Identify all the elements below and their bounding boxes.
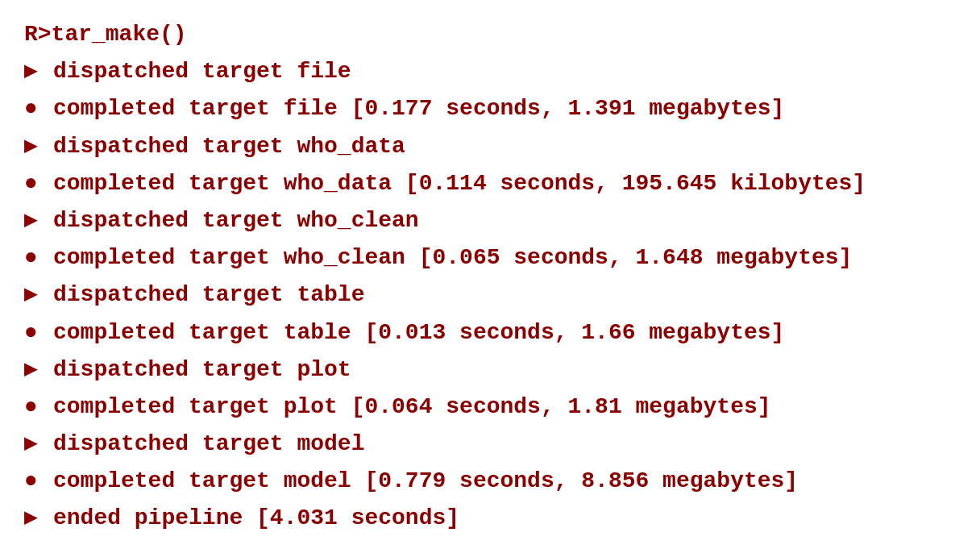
line-text-0: dispatched target file xyxy=(53,53,351,90)
line-text-3: completed target who_data [0.114 seconds… xyxy=(53,165,866,202)
line-text-1: completed target file [0.177 seconds, 1.… xyxy=(53,90,784,127)
console-line-8: ▶dispatched target plot xyxy=(24,351,956,389)
dispatch-icon: ▶ xyxy=(24,426,53,463)
line-text-9: completed target plot [0.064 seconds, 1.… xyxy=(53,389,771,426)
complete-icon: ● xyxy=(24,90,53,127)
console-line-11: ●completed target model [0.779 seconds, … xyxy=(24,463,956,500)
line-text-5: completed target who_clean [0.065 second… xyxy=(53,239,852,276)
line-text-4: dispatched target who_clean xyxy=(53,202,419,239)
console-line-0: ▶dispatched target file xyxy=(24,53,956,90)
console-line-12: ▶ended pipeline [4.031 seconds] xyxy=(24,500,956,537)
complete-icon: ● xyxy=(24,463,53,500)
line-text-6: dispatched target table xyxy=(53,276,364,314)
console-line-3: ●completed target who_data [0.114 second… xyxy=(24,165,956,202)
line-text-11: completed target model [0.779 seconds, 8… xyxy=(53,463,798,500)
dispatch-icon: ▶ xyxy=(24,351,53,389)
line-text-7: completed target table [0.013 seconds, 1… xyxy=(53,314,784,351)
console-line-7: ●completed target table [0.013 seconds, … xyxy=(24,314,956,351)
r-command: tar_make() xyxy=(52,16,187,53)
complete-icon: ● xyxy=(24,165,53,202)
console-line-9: ●completed target plot [0.064 seconds, 1… xyxy=(24,389,956,426)
console-line-6: ▶dispatched target table xyxy=(24,276,956,314)
console-output: R> tar_make() ▶dispatched target file●co… xyxy=(24,16,956,538)
r-prompt: R> xyxy=(24,16,52,53)
console-line-5: ●completed target who_clean [0.065 secon… xyxy=(24,239,956,276)
dispatch-icon: ▶ xyxy=(24,276,53,314)
console-line-2: ▶dispatched target who_data xyxy=(24,128,956,165)
line-text-12: ended pipeline [4.031 seconds] xyxy=(53,500,459,537)
dispatch-icon: ▶ xyxy=(24,500,53,537)
complete-icon: ● xyxy=(24,239,53,276)
dispatch-icon: ▶ xyxy=(24,202,53,239)
console-line-1: ●completed target file [0.177 seconds, 1… xyxy=(24,90,956,127)
complete-icon: ● xyxy=(24,389,53,426)
console-line-4: ▶dispatched target who_clean xyxy=(24,202,956,239)
line-text-8: dispatched target plot xyxy=(53,351,351,389)
console-line-10: ▶dispatched target model xyxy=(24,426,956,463)
dispatch-icon: ▶ xyxy=(24,128,53,165)
line-text-2: dispatched target who_data xyxy=(53,128,405,165)
complete-icon: ● xyxy=(24,314,53,351)
prompt-line: R> tar_make() xyxy=(24,16,956,53)
dispatch-icon: ▶ xyxy=(24,53,53,90)
line-text-10: dispatched target model xyxy=(53,426,364,463)
